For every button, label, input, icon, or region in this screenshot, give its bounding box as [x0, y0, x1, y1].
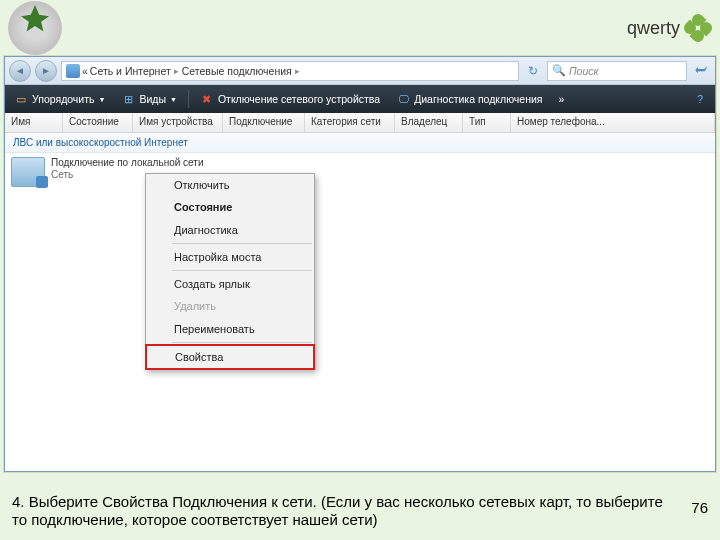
caption-text: 4. Выберите Свойства Подключения к сети.…: [12, 493, 679, 531]
context-menu: Отключить Состояние Диагностика Настройк…: [145, 173, 315, 370]
separator: [172, 243, 312, 244]
chevron-right-icon: ▸: [174, 66, 179, 76]
search-input[interactable]: 🔍 Поиск: [547, 61, 687, 81]
toolbar-more[interactable]: »: [553, 91, 569, 107]
column-headers: Имя Состояние Имя устройства Подключение…: [5, 113, 715, 133]
nav-forward-button[interactable]: ►: [35, 60, 57, 82]
organize-button[interactable]: ▭ Упорядочить ▼: [9, 90, 110, 108]
help-button[interactable]: ?: [689, 90, 711, 108]
ctx-properties[interactable]: Свойства: [145, 344, 315, 370]
slide-header: qwerty: [0, 0, 720, 56]
diagnose-icon: 🖵: [396, 92, 410, 106]
ctx-disable[interactable]: Отключить: [146, 174, 314, 196]
search-placeholder: Поиск: [569, 65, 599, 77]
organize-label: Упорядочить: [32, 93, 94, 105]
content-area: Подключение по локальной сети Сеть: [5, 153, 715, 471]
ctx-bridge[interactable]: Настройка моста: [146, 246, 314, 268]
breadcrumb-seg: «: [82, 65, 88, 77]
clover-icon: [684, 14, 712, 42]
slide-caption: 4. Выберите Свойства Подключения к сети.…: [0, 483, 720, 541]
explorer-window: ◄ ► « Сеть и Интернет ▸ Сетевые подключе…: [4, 56, 716, 472]
disable-icon: ✖: [200, 92, 214, 106]
separator: [172, 270, 312, 271]
toolbar: ▭ Упорядочить ▼ ⊞ Виды ▼ ✖ Отключение се…: [5, 85, 715, 113]
eco-logo: [8, 1, 62, 55]
breadcrumb-seg[interactable]: Сеть и Интернет: [90, 65, 171, 77]
item-title: Подключение по локальной сети: [51, 157, 204, 169]
col-name[interactable]: Имя: [5, 113, 63, 132]
disable-device-button[interactable]: ✖ Отключение сетевого устройства: [195, 90, 385, 108]
nav-back-button[interactable]: ◄: [9, 60, 31, 82]
col-category[interactable]: Категория сети: [305, 113, 395, 132]
col-type[interactable]: Тип: [463, 113, 511, 132]
separator: [188, 90, 189, 108]
page-number: 76: [691, 493, 708, 516]
disable-label: Отключение сетевого устройства: [218, 93, 380, 105]
brand-name: qwerty: [627, 18, 680, 39]
search-icon: 🔍: [552, 64, 566, 77]
separator: [172, 342, 312, 343]
chevron-down-icon: ▼: [98, 96, 105, 103]
ctx-delete: Удалить: [146, 295, 314, 317]
col-phone[interactable]: Номер телефона...: [511, 113, 715, 132]
views-icon: ⊞: [121, 92, 135, 106]
chevron-down-icon: ▼: [170, 96, 177, 103]
col-owner[interactable]: Владелец: [395, 113, 463, 132]
breadcrumb-seg[interactable]: Сетевые подключения: [182, 65, 292, 77]
ctx-status[interactable]: Состояние: [146, 196, 314, 218]
col-device[interactable]: Имя устройства: [133, 113, 223, 132]
organize-icon: ▭: [14, 92, 28, 106]
ctx-diagnose[interactable]: Диагностика: [146, 219, 314, 241]
diagnose-button[interactable]: 🖵 Диагностика подключения: [391, 90, 547, 108]
address-bar: ◄ ► « Сеть и Интернет ▸ Сетевые подключе…: [5, 57, 715, 85]
chevron-right-icon: ▸: [295, 66, 300, 76]
breadcrumb[interactable]: « Сеть и Интернет ▸ Сетевые подключения …: [61, 61, 519, 81]
diagnose-label: Диагностика подключения: [414, 93, 542, 105]
ctx-rename[interactable]: Переименовать: [146, 318, 314, 340]
brand-logo: qwerty: [627, 14, 712, 42]
col-state[interactable]: Состояние: [63, 113, 133, 132]
views-label: Виды: [139, 93, 166, 105]
help-icon: ?: [693, 92, 707, 106]
adapter-icon: [11, 157, 45, 187]
more-label: »: [558, 93, 564, 105]
network-folder-icon: [66, 64, 80, 78]
search-go-button[interactable]: ⮨: [691, 61, 711, 81]
views-button[interactable]: ⊞ Виды ▼: [116, 90, 181, 108]
ctx-shortcut[interactable]: Создать ярлык: [146, 273, 314, 295]
refresh-button[interactable]: ↻: [523, 61, 543, 81]
col-conn[interactable]: Подключение: [223, 113, 305, 132]
group-header[interactable]: ЛВС или высокоскоростной Интернет: [5, 133, 715, 153]
